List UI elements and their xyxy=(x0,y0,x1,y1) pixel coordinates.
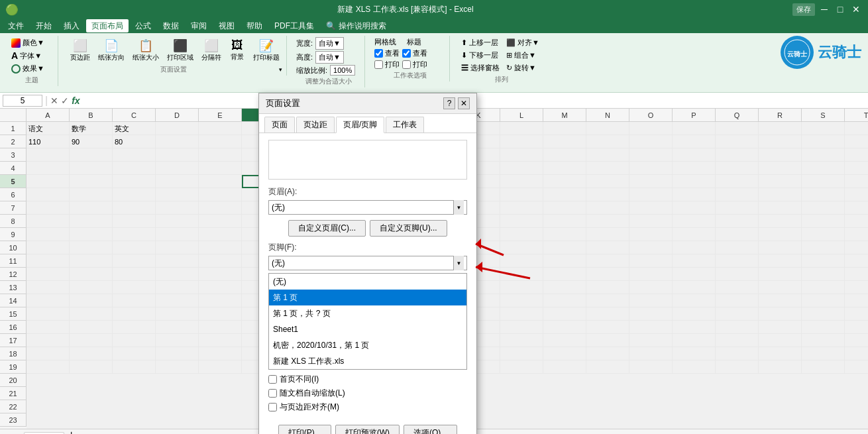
dropdown-item-none[interactable]: (无) xyxy=(269,274,466,290)
footer-label: 页脚(F): xyxy=(268,242,467,253)
header-field-row: (无) ▼ xyxy=(268,200,467,215)
header-label: 页眉(A): xyxy=(268,186,467,197)
dropdown-item-page1[interactable]: 第 1 页 xyxy=(269,290,466,305)
header-preview-box xyxy=(268,140,467,180)
footer-dropdown[interactable]: (无) ▼ xyxy=(268,256,467,270)
footer-field-row: (无) ▼ xyxy=(268,256,467,270)
dialog-help-btn[interactable]: ? xyxy=(443,97,455,109)
dropdown-item-sheet1[interactable]: Sheet1 xyxy=(269,321,466,337)
red-arrow-2 xyxy=(476,262,530,278)
action-buttons-row: 打印(P)... 打印预览(W) 选项(Q)... xyxy=(259,422,476,434)
svg-line-4 xyxy=(476,267,530,278)
align-margin-label: 与页边距对齐(M) xyxy=(280,402,339,413)
dialog-tab-header-footer[interactable]: 页眉/页脚 xyxy=(336,117,384,133)
dialog-title: 页面设置 xyxy=(266,97,300,109)
first-page-label: 首页不同(I) xyxy=(280,374,319,385)
first-page-checkbox[interactable] xyxy=(268,375,277,384)
footer-dropdown-list: (无) 第 1 页 第 1 页，共 ? 页 Sheet1 机密，2020/10/… xyxy=(268,273,467,370)
footer-dropdown-arrow[interactable]: ▼ xyxy=(453,256,464,270)
dropdown-item-filename[interactable]: 新建 XLS 工作表.xls xyxy=(269,353,466,369)
header-dropdown[interactable]: (无) ▼ xyxy=(268,200,467,215)
dialog-tab-sheet[interactable]: 工作表 xyxy=(386,117,424,133)
checkbox-auto-scale: 随文档自动缩放(L) xyxy=(268,388,467,399)
auto-scale-checkbox[interactable] xyxy=(268,389,277,398)
dialog-tabs: 页面 页边距 页眉/页脚 工作表 xyxy=(259,114,476,133)
header-value: (无) xyxy=(272,202,285,213)
dialog-close-btn[interactable]: ✕ xyxy=(458,97,470,109)
custom-header-btn[interactable]: 自定义页眉(C)... xyxy=(288,220,366,237)
dialog-title-buttons: ? ✕ xyxy=(443,97,470,109)
footer-value: (无) xyxy=(272,258,285,269)
header-dropdown-arrow[interactable]: ▼ xyxy=(453,200,464,215)
checkbox-align-margin: 与页边距对齐(M) xyxy=(268,402,467,413)
auto-scale-label: 随文档自动缩放(L) xyxy=(280,388,345,399)
dropdown-item-page-of[interactable]: 第 1 页，共 ? 页 xyxy=(269,305,466,321)
print-btn[interactable]: 打印(P)... xyxy=(278,425,331,434)
dialog-overlay: 页面设置 ? ✕ 页面 页边距 页眉/页脚 工作表 页眉(A): (无) ▼ xyxy=(0,0,868,434)
dropdown-item-confidential[interactable]: 机密，2020/10/31，第 1 页 xyxy=(269,337,466,353)
dialog-title-bar: 页面设置 ? ✕ xyxy=(259,93,476,114)
page-setup-dialog: 页面设置 ? ✕ 页面 页边距 页眉/页脚 工作表 页眉(A): (无) ▼ xyxy=(258,93,477,434)
custom-footer-btn[interactable]: 自定义页脚(U)... xyxy=(370,220,447,237)
dialog-tab-margin[interactable]: 页边距 xyxy=(296,117,335,133)
custom-buttons-row: 自定义页眉(C)... 自定义页脚(U)... xyxy=(268,220,467,237)
options-btn[interactable]: 选项(Q)... xyxy=(404,425,457,434)
dialog-tab-page[interactable]: 页面 xyxy=(264,117,295,133)
checkbox-first-page: 首页不同(I) xyxy=(268,374,467,385)
dialog-body: 页眉(A): (无) ▼ 自定义页眉(C)... 自定义页脚(U)... 页脚(… xyxy=(259,133,476,422)
red-arrow-1 xyxy=(476,239,504,255)
svg-line-2 xyxy=(476,244,504,255)
print-preview-btn[interactable]: 打印预览(W) xyxy=(335,425,400,434)
align-margin-checkbox[interactable] xyxy=(268,403,277,411)
